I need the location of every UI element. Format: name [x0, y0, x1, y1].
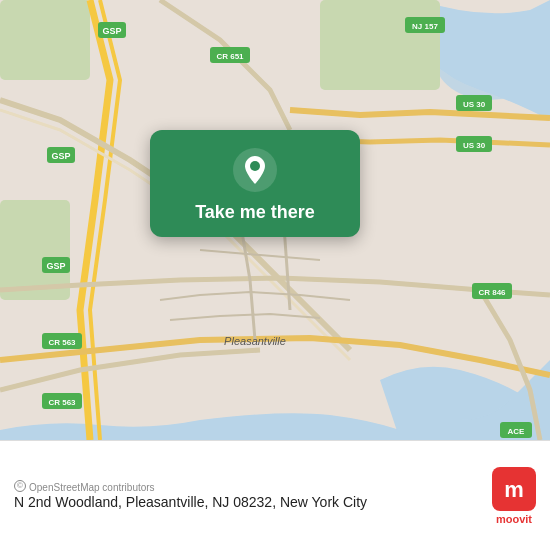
svg-rect-2: [0, 0, 90, 80]
address-text: N 2nd Woodland, Pleasantville, NJ 08232,…: [14, 493, 482, 513]
svg-text:ACE: ACE: [508, 427, 526, 436]
svg-text:CR 651: CR 651: [216, 52, 244, 61]
svg-point-31: [250, 161, 260, 171]
map-view: GSP GSP GSP NJ 157 CR 651 US 30 US 30 CR…: [0, 0, 550, 440]
moovit-logo[interactable]: m moovit: [492, 467, 536, 525]
copyright-row: © OpenStreetMap contributors: [14, 478, 482, 493]
svg-text:GSP: GSP: [102, 26, 121, 36]
svg-rect-3: [320, 0, 440, 90]
take-me-there-card[interactable]: Take me there: [150, 130, 360, 237]
svg-text:US 30: US 30: [463, 141, 486, 150]
take-me-there-label: Take me there: [195, 202, 315, 223]
moovit-icon: m: [492, 467, 536, 511]
moovit-brand-text: moovit: [496, 513, 532, 525]
svg-text:GSP: GSP: [46, 261, 65, 271]
svg-text:CR 563: CR 563: [48, 338, 76, 347]
copyright-symbol: ©: [14, 480, 26, 492]
svg-text:m: m: [504, 477, 524, 502]
info-text-container: © OpenStreetMap contributors N 2nd Woodl…: [14, 478, 482, 513]
info-bar: © OpenStreetMap contributors N 2nd Woodl…: [0, 440, 550, 550]
copyright-text: OpenStreetMap contributors: [29, 482, 155, 493]
svg-text:US 30: US 30: [463, 100, 486, 109]
svg-text:NJ 157: NJ 157: [412, 22, 438, 31]
location-pin-icon: [233, 148, 277, 192]
svg-text:CR 563: CR 563: [48, 398, 76, 407]
svg-text:CR 846: CR 846: [478, 288, 506, 297]
svg-text:Pleasantville: Pleasantville: [224, 335, 286, 347]
svg-text:GSP: GSP: [51, 151, 70, 161]
